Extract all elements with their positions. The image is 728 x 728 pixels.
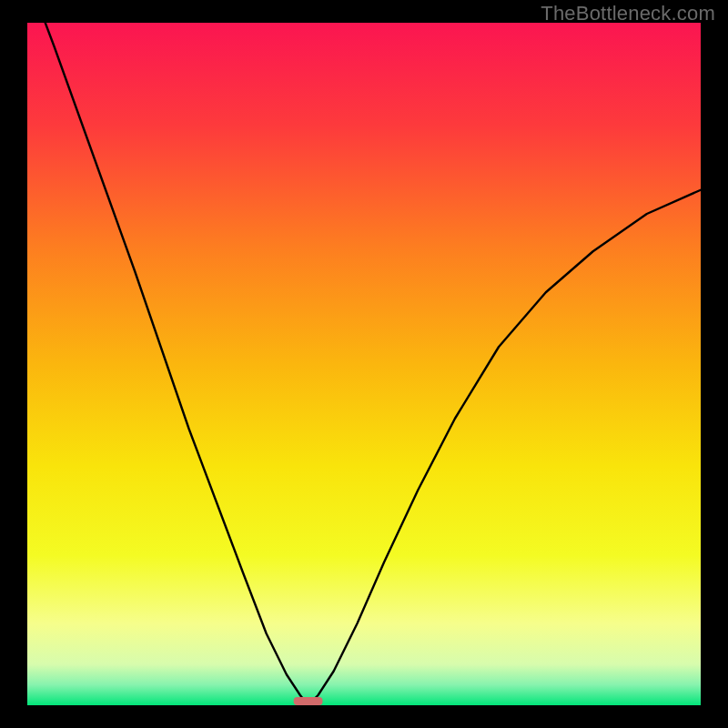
- watermark-text: TheBottleneck.com: [541, 2, 715, 25]
- plot-background: [27, 23, 701, 705]
- chart-container: TheBottleneck.com: [0, 0, 728, 728]
- optimal-marker: [294, 697, 323, 705]
- bottleneck-chart: [0, 0, 728, 728]
